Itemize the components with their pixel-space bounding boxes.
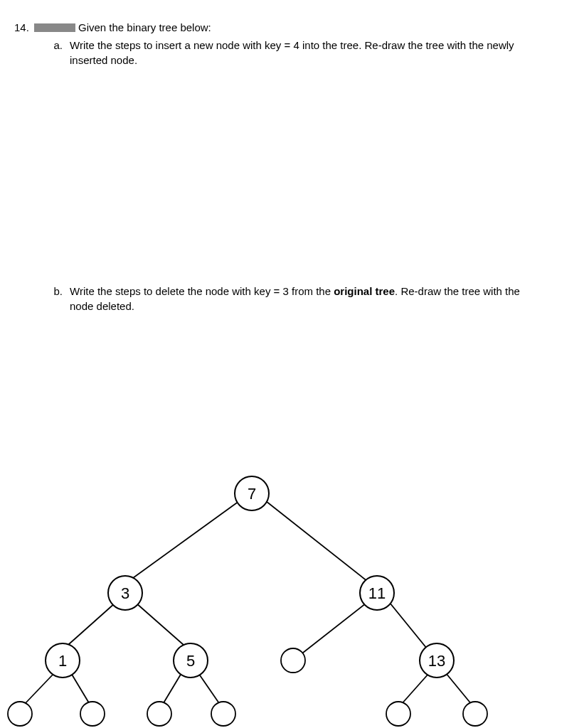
leaf-13-right xyxy=(463,702,487,726)
node-empty-11-left xyxy=(281,648,305,673)
leaf-5-left xyxy=(147,702,171,726)
node-11-label: 11 xyxy=(368,584,386,602)
edge-1-right xyxy=(71,673,90,705)
edge-5-left xyxy=(162,673,181,705)
binary-tree-diagram: 7 3 11 1 5 13 xyxy=(0,465,584,728)
question-intro: Given the binary tree below: xyxy=(78,21,211,33)
part-a: a. Write the steps to insert a new node … xyxy=(48,38,566,68)
part-b-text3: node deleted. xyxy=(70,300,134,312)
part-b-text2: . Re-draw the tree with the xyxy=(395,285,520,297)
edge-3-1 xyxy=(63,603,115,650)
edge-13-left xyxy=(400,673,429,705)
part-a-label: a. xyxy=(48,38,70,68)
edge-7-11 xyxy=(266,501,368,582)
node-3-label: 3 xyxy=(121,584,129,602)
edge-1-left xyxy=(23,673,54,705)
part-b-text1: Write the steps to delete the node with … xyxy=(70,285,334,297)
redacted-block xyxy=(34,23,75,32)
edge-11-left xyxy=(293,604,366,660)
node-13-label: 13 xyxy=(428,652,445,670)
edge-3-5 xyxy=(136,603,189,650)
part-a-line2: inserted node. xyxy=(70,54,137,66)
node-1-label: 1 xyxy=(58,652,67,670)
part-a-line1: Write the steps to insert a new node wit… xyxy=(70,39,514,51)
node-5-label: 5 xyxy=(186,652,195,670)
edge-13-right xyxy=(446,673,472,705)
edge-7-3 xyxy=(128,501,239,582)
part-b-label: b. xyxy=(48,284,70,314)
node-7-label: 7 xyxy=(248,485,256,503)
leaf-1-left xyxy=(8,702,32,726)
part-b-bold: original tree xyxy=(334,285,395,297)
edge-5-right xyxy=(198,673,221,705)
leaf-1-right xyxy=(80,702,105,726)
edge-11-13 xyxy=(390,603,427,648)
question-number: 14. xyxy=(14,20,34,314)
part-b: b. Write the steps to delete the node wi… xyxy=(48,284,566,314)
leaf-13-left xyxy=(386,702,410,726)
leaf-5-right xyxy=(211,702,235,726)
question-14: 14. Given the binary tree below: a. Writ… xyxy=(14,20,566,314)
